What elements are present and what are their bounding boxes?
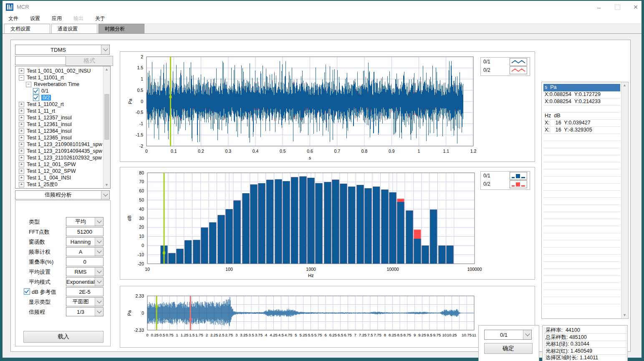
form-input-1[interactable]	[66, 227, 104, 236]
expand-icon[interactable]: +	[19, 142, 24, 147]
readout-row[interactable]	[543, 247, 620, 255]
minimize-button[interactable]: –	[593, 2, 605, 13]
tree-item-label[interactable]: Test 1_11_rt	[27, 108, 55, 114]
expand-icon[interactable]: +	[19, 162, 24, 167]
maximize-button[interactable]	[611, 2, 624, 13]
expand-icon[interactable]: +	[19, 149, 24, 154]
menu-item-应用[interactable]: 应用	[46, 13, 68, 24]
search-input[interactable]	[15, 56, 66, 65]
tree-item[interactable]: +Test 1_12361_insul	[15, 121, 110, 128]
tree-item-label[interactable]: Test 1_11002_rt	[27, 101, 64, 107]
readout-row[interactable]	[543, 183, 620, 191]
expand-icon[interactable]: +	[19, 135, 24, 141]
tree-item-label[interactable]: 0/2	[41, 95, 51, 101]
tree-item[interactable]: −Reverberation Time	[15, 81, 110, 88]
readout-row[interactable]	[543, 283, 620, 290]
expand-icon[interactable]: +	[19, 122, 24, 127]
tree-item[interactable]: −Test 1_11001_rt	[15, 74, 110, 81]
readout-row[interactable]: X:0.088254 Y:0.172729	[543, 91, 620, 98]
readout-row[interactable]	[543, 190, 620, 198]
readout-row[interactable]	[543, 134, 620, 141]
expand-icon[interactable]: +	[19, 182, 24, 187]
tree-item-label[interactable]: Test 1_12_002_SPW	[27, 168, 76, 174]
analysis-type-select[interactable]: 倍频程分析	[15, 190, 110, 199]
tab-通道设置[interactable]: 通道设置	[51, 24, 97, 33]
channel-checkbox[interactable]	[33, 95, 39, 101]
readout-row[interactable]	[543, 212, 620, 219]
tree-item[interactable]: +Test 1_12357_insul	[15, 114, 110, 121]
tree-item[interactable]: +Test 1_12_001_SPW	[15, 161, 110, 168]
collapse-icon[interactable]: −	[19, 75, 24, 81]
tree-item[interactable]: +Test 1_123_211026102932_spw	[15, 154, 110, 161]
channel-checkbox[interactable]	[33, 88, 39, 94]
readout-row[interactable]	[543, 290, 620, 297]
db-checkbox[interactable]	[24, 288, 30, 295]
collapse-icon[interactable]: −	[26, 82, 31, 87]
confirm-button[interactable]: 确定	[484, 343, 533, 354]
tree-item[interactable]: 0/1	[15, 88, 110, 94]
readout-row[interactable]	[543, 148, 620, 155]
scroll-up-icon[interactable]: ▲	[104, 67, 109, 72]
readout-row[interactable]	[543, 162, 620, 169]
readout-scrollbar[interactable]: ▲ ▼	[621, 82, 628, 318]
menu-item-输出[interactable]: 输出	[68, 13, 89, 24]
tree-item-label[interactable]: Test 1_12364_insul	[27, 128, 72, 134]
tree-item[interactable]: +Test 1_25度0	[15, 181, 110, 188]
scroll-down-icon[interactable]: ▼	[622, 313, 627, 318]
expand-icon[interactable]: +	[19, 109, 24, 114]
form-input-7[interactable]	[66, 287, 104, 296]
tree-item-label[interactable]: Test 1_001_001_002_INSU	[27, 68, 91, 74]
menu-item-关于[interactable]: 关于	[89, 13, 111, 24]
readout-row[interactable]	[543, 261, 620, 269]
tree-item[interactable]: +Test 1_11002_rt	[15, 101, 110, 108]
readout-row[interactable]: X: 16 Y:-8.329305	[543, 126, 620, 134]
tree-item[interactable]: +Test 1_12365_insul	[15, 134, 110, 141]
tree-item-label[interactable]: Test 1_12361_insul	[27, 121, 72, 127]
readout-row[interactable]	[543, 219, 620, 226]
form-select-5[interactable]: RMS	[66, 267, 104, 276]
readout-row[interactable]	[543, 233, 620, 240]
expand-icon[interactable]: +	[19, 169, 24, 174]
tree-item-label[interactable]: Test 1_12_001_SPW	[27, 162, 76, 167]
expand-icon[interactable]: +	[19, 115, 24, 121]
expand-icon[interactable]: +	[19, 129, 24, 134]
tree-item-label[interactable]: Test 1_12365_insul	[27, 135, 72, 141]
legend-row[interactable]: 0/2	[481, 66, 530, 74]
tree-item[interactable]: +Test 1_001_001_002_INSU	[15, 68, 110, 74]
tree-item-label[interactable]: Test 1_11001_rt	[27, 75, 64, 81]
form-select-2[interactable]: Hanning	[66, 237, 104, 246]
load-button[interactable]: 载入	[23, 331, 104, 343]
tree-item[interactable]: +Test 1_12_002_SPW	[15, 168, 110, 174]
readout-row[interactable]: X:0.088254 Y:0.214233	[543, 98, 620, 106]
readout-row[interactable]	[543, 297, 620, 304]
legend-row[interactable]: 0/1	[481, 172, 530, 180]
tree-item[interactable]: +Test 1_123_210908101941_spw	[15, 141, 110, 148]
readout-row[interactable]	[543, 141, 620, 148]
readout-row[interactable]	[543, 197, 620, 205]
scroll-down-icon[interactable]: ▼	[104, 183, 109, 187]
format-button[interactable]: 格式	[66, 56, 113, 66]
format-type-select[interactable]: TDMS	[15, 45, 110, 55]
tree-item-label[interactable]: 0/1	[41, 88, 48, 94]
tree-item-label[interactable]: Test 1_123_210914094435_spw	[27, 148, 102, 154]
tree-item[interactable]: +Test 1_12364_insul	[15, 128, 110, 134]
tree-item[interactable]: 0/2	[15, 94, 110, 101]
readout-row[interactable]	[543, 268, 620, 276]
expand-icon[interactable]: +	[19, 68, 24, 74]
form-select-3[interactable]: A	[66, 247, 104, 256]
tree-item-label[interactable]: Reverberation Time	[34, 81, 79, 87]
readout-row[interactable]	[543, 176, 620, 184]
readout-row[interactable]	[543, 226, 620, 233]
legend-row[interactable]: 0/1	[481, 58, 530, 66]
tree-item[interactable]: +Test 1_11_rt	[15, 108, 110, 114]
form-select-9[interactable]: 1/3	[66, 307, 104, 316]
readout-row[interactable]	[543, 204, 620, 212]
form-select-0[interactable]: 平均	[66, 217, 104, 226]
close-button[interactable]: ×	[629, 2, 642, 13]
form-select-8[interactable]: 平面图	[66, 297, 104, 306]
tab-文档设置[interactable]: 文档设置	[4, 24, 50, 33]
tab-时频分析[interactable]: 时频分析	[98, 24, 144, 33]
time-waveform-chart[interactable]: 00.10.20.30.40.50.60.70.80.911.11.2-2-1.…	[120, 51, 535, 162]
menu-item-文件[interactable]: 文件	[3, 13, 24, 24]
tree-item-label[interactable]: Test 1_12357_insul	[27, 115, 72, 121]
